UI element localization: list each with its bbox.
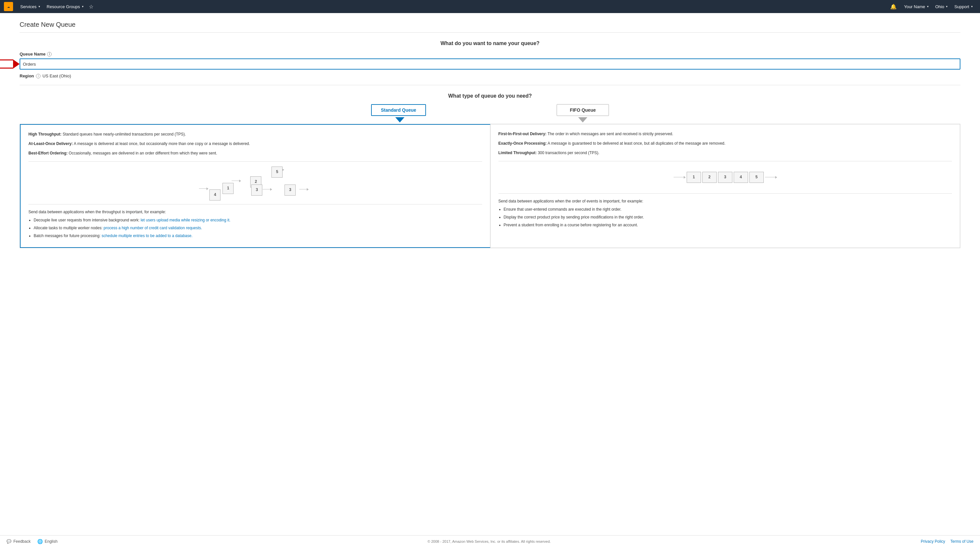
std-box-1: 1 xyxy=(223,183,234,194)
fifo-box-2: 2 xyxy=(702,172,717,183)
fifo-feature-3-desc: 300 transactions per second (TPS). xyxy=(538,151,600,155)
fifo-arrow-right xyxy=(765,177,777,177)
region-nav[interactable]: Ohio ▾ xyxy=(932,0,951,13)
standard-feature-3: Best-Effort Ordering: Occasionally, mess… xyxy=(29,150,482,156)
standard-feature-1-title: High Throughput: xyxy=(29,132,61,137)
standard-use-section: Send data between applications when the … xyxy=(29,209,482,239)
user-chevron: ▾ xyxy=(927,5,929,8)
footer: 💬 Feedback 🌐 English © 2008 - 2017, Amaz… xyxy=(0,535,980,547)
fifo-box-4: 4 xyxy=(734,172,748,183)
chat-icon: 💬 xyxy=(6,539,11,544)
region-chevron: ▾ xyxy=(946,5,948,8)
footer-copyright: © 2008 - 2017, Amazon Web Services, Inc.… xyxy=(57,539,921,544)
globe-icon: 🌐 xyxy=(37,539,43,544)
std-box-5: 5 xyxy=(272,167,283,178)
queue-name-heading: What do you want to name your queue? xyxy=(20,40,960,46)
queue-name-label: Queue Name i xyxy=(20,52,960,57)
fifo-caret xyxy=(578,117,587,122)
standard-feature-3-desc: Occasionally, messages are delivered in … xyxy=(68,151,217,156)
fifo-box-3: 3 xyxy=(718,172,732,183)
std-arrow-2 xyxy=(232,181,241,181)
footer-right: Privacy Policy Terms of Use xyxy=(921,539,974,544)
standard-use-intro: Send data between applications when the … xyxy=(29,209,482,215)
std-link-3[interactable]: schedule multiple entries to be added to… xyxy=(102,234,192,238)
std-arrow-1 xyxy=(199,188,208,189)
standard-queue-button[interactable]: Standard Queue xyxy=(371,104,426,116)
fifo-box-5: 5 xyxy=(749,172,764,183)
std-link-1[interactable]: let users upload media while resizing or… xyxy=(141,218,231,223)
standard-caret xyxy=(395,117,404,122)
queue-name-section: What do you want to name your queue? Que… xyxy=(20,40,960,85)
fifo-arrow-left xyxy=(674,177,685,177)
queue-carets xyxy=(20,117,960,124)
fifo-feature-1-title: First-In-First-out Delivery: xyxy=(498,132,547,136)
list-item: Batch messages for future processing: sc… xyxy=(33,233,482,239)
queue-panels: High Throughput: Standard queues have ne… xyxy=(20,124,960,248)
std-box-3: 3 xyxy=(285,184,296,196)
fifo-queue-button[interactable]: FIFO Queue xyxy=(557,104,609,116)
fifo-feature-2-desc: A message is guaranteed to be delivered … xyxy=(547,141,725,146)
std-arrow-5 xyxy=(299,189,309,189)
queue-type-buttons: Standard Queue FIFO Queue xyxy=(20,104,960,116)
fifo-feature-2: Exactly-Once Processing: A message is gu… xyxy=(498,140,952,146)
services-chevron: ▾ xyxy=(38,5,40,8)
standard-feature-3-title: Best-Effort Ordering: xyxy=(29,151,68,156)
support-nav[interactable]: Support ▾ xyxy=(951,0,976,13)
red-arrow-box xyxy=(0,59,13,68)
terms-of-use-link[interactable]: Terms of Use xyxy=(950,539,974,544)
standard-diagram-inner: 1 2 3 4 5 3 xyxy=(193,165,317,201)
standard-use-list: Decouple live user requests from intensi… xyxy=(29,217,482,239)
svg-text:☁: ☁ xyxy=(7,6,10,8)
services-nav[interactable]: Services ▾ xyxy=(17,0,43,13)
favorites-icon[interactable]: ☆ xyxy=(87,3,95,10)
fifo-feature-1: First-In-First-out Delivery: The order i… xyxy=(498,131,952,137)
fifo-diagram-inner: 1 2 3 4 5 xyxy=(674,169,777,186)
region-info-icon[interactable]: i xyxy=(36,74,40,78)
std-box-4: 4 xyxy=(209,189,221,200)
region-value: US East (Ohio) xyxy=(43,73,71,78)
list-item: Prevent a student from enrolling in a co… xyxy=(504,222,952,228)
standard-queue-panel: High Throughput: Standard queues have ne… xyxy=(20,124,490,248)
queue-type-heading: What type of queue do you need? xyxy=(20,93,960,99)
list-item: Display the correct product price by sen… xyxy=(504,214,952,220)
region-row: Region i US East (Ohio) xyxy=(20,73,960,85)
region-label: Region xyxy=(20,73,34,78)
fifo-box-1: 1 xyxy=(687,172,701,183)
fifo-queue-panel: First-In-First-out Delivery: The order i… xyxy=(490,124,960,248)
language-item[interactable]: 🌐 English xyxy=(37,539,57,544)
queue-name-group: Queue Name i xyxy=(20,52,960,70)
list-item: Ensure that user-entered commands are ex… xyxy=(504,207,952,212)
privacy-policy-link[interactable]: Privacy Policy xyxy=(921,539,945,544)
footer-left: 💬 Feedback 🌐 English xyxy=(6,539,57,544)
std-link-2[interactable]: process a high number of credit card val… xyxy=(103,226,202,230)
standard-feature-2-title: At-Least-Once Delivery: xyxy=(29,142,73,146)
user-name-nav[interactable]: Your Name ▾ xyxy=(900,0,932,13)
fifo-feature-1-desc: The order in which messages are sent and… xyxy=(547,132,673,136)
page-title: Create New Queue xyxy=(20,21,960,33)
fifo-use-list: Ensure that user-entered commands are ex… xyxy=(498,207,952,228)
std-box-3b: 3 xyxy=(251,184,262,196)
queue-name-info-icon[interactable]: i xyxy=(47,52,52,57)
standard-feature-2-desc: A message is delivered at least once, bu… xyxy=(74,142,250,146)
standard-feature-1: High Throughput: Standard queues have ne… xyxy=(29,131,482,137)
fifo-use-intro: Send data between applications when the … xyxy=(498,198,952,204)
aws-logo: ☁ xyxy=(4,2,13,11)
standard-diagram: 1 2 3 4 5 3 xyxy=(29,161,482,204)
list-item: Decouple live user requests from intensi… xyxy=(33,217,482,223)
std-arrow-3 xyxy=(262,189,272,189)
top-navigation: ☁ Services ▾ Resource Groups ▾ ☆ 🔔 Your … xyxy=(0,0,980,13)
fifo-feature-3-title: Limited Throughput: xyxy=(498,151,537,155)
queue-name-input[interactable] xyxy=(20,59,960,70)
red-arrow-head xyxy=(13,59,20,68)
arrow-annotation xyxy=(20,59,960,70)
queue-type-section: What type of queue do you need? Standard… xyxy=(20,93,960,248)
main-content: Create New Queue What do you want to nam… xyxy=(0,13,980,535)
fifo-feature-2-title: Exactly-Once Processing: xyxy=(498,141,547,146)
resource-groups-chevron: ▾ xyxy=(82,5,84,8)
resource-groups-nav[interactable]: Resource Groups ▾ xyxy=(43,0,87,13)
list-item: Allocate tasks to multiple worker nodes:… xyxy=(33,225,482,231)
standard-feature-1-desc: Standard queues have nearly-unlimited tr… xyxy=(63,132,186,137)
notifications-icon[interactable]: 🔔 xyxy=(886,3,900,10)
fifo-use-section: Send data between applications when the … xyxy=(498,198,952,228)
feedback-item[interactable]: 💬 Feedback xyxy=(6,539,31,544)
